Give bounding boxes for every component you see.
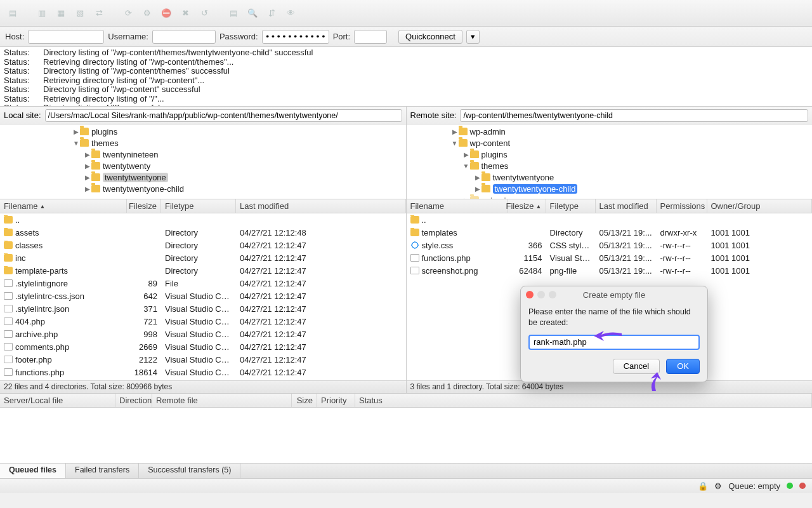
sort-asc-icon: ▲ [536, 203, 542, 210]
file-row[interactable]: style.css366CSS style ...05/13/21 19:...… [407, 239, 813, 251]
local-path-input[interactable] [45, 109, 402, 122]
file-row[interactable]: incDirectory04/27/21 12:12:47 [0, 251, 406, 264]
tree-item[interactable]: ▼wp-content [407, 137, 813, 149]
disclosure-icon[interactable]: ▶ [72, 128, 80, 135]
q-priority[interactable]: Priority [317, 394, 355, 407]
file-row[interactable]: screenshot.png62484png-file05/13/21 19:.… [407, 264, 813, 277]
col-filetype[interactable]: Filetype [546, 199, 596, 213]
local-file-list[interactable]: ..assetsDirectory04/27/21 12:12:48classe… [0, 213, 406, 380]
q-status[interactable]: Status [355, 394, 812, 407]
search-icon[interactable]: 🔍 [245, 6, 260, 21]
port-input[interactable] [354, 30, 387, 44]
toggle-queue-icon[interactable]: ▧ [72, 6, 88, 21]
disclosure-icon[interactable]: ▼ [72, 140, 80, 147]
username-input[interactable] [152, 30, 216, 44]
host-input[interactable] [28, 30, 104, 44]
file-row[interactable]: classesDirectory04/27/21 12:12:47 [0, 239, 406, 251]
q-remote[interactable]: Remote file [152, 394, 292, 407]
q-server[interactable]: Server/Local file [0, 394, 115, 407]
queue-body[interactable] [0, 408, 812, 464]
disclosure-icon[interactable]: ▶ [474, 185, 481, 192]
tab-successful[interactable]: Successful transfers (5) [139, 464, 240, 478]
file-row[interactable]: assetsDirectory04/27/21 12:12:48 [0, 226, 406, 239]
file-row[interactable]: comments.php2669Visual Studio Co...04/27… [0, 340, 406, 353]
sync-icon[interactable]: ⇄ [91, 6, 107, 21]
tree-item[interactable]: ▶twentytwentyone [407, 171, 813, 183]
disclosure-icon[interactable]: ▼ [462, 163, 470, 170]
disclosure-icon[interactable]: ▶ [474, 174, 481, 181]
col-filename[interactable]: Filename▲ [0, 199, 127, 213]
file-row[interactable]: .stylelintrc.json371Visual Studio Co...0… [0, 302, 406, 315]
disclosure-icon[interactable]: ▶ [84, 185, 91, 192]
file-row[interactable]: .. [0, 213, 406, 226]
window-min-icon[interactable] [537, 291, 545, 298]
tree-item[interactable]: ▶plugins [0, 126, 406, 137]
compare-icon[interactable]: ▤ [226, 6, 241, 21]
col-filename[interactable]: Filename [407, 199, 508, 213]
file-row[interactable]: footer.php2122Visual Studio Co...04/27/2… [0, 353, 406, 366]
tree-item[interactable]: ▶twentytwentyone [0, 171, 406, 183]
disclosure-icon[interactable]: ▶ [451, 128, 459, 135]
window-max-icon[interactable] [549, 291, 556, 298]
message-log[interactable]: Status:Directory listing of "/wp-content… [0, 47, 812, 107]
disconnect-icon[interactable]: ✖ [178, 6, 193, 21]
file-row[interactable]: template-partsDirectory04/27/21 12:12:47 [0, 264, 406, 277]
remote-tree[interactable]: ▶wp-admin▼wp-content▶plugins▼themes▶twen… [407, 124, 813, 199]
disclosure-icon[interactable]: ▶ [84, 151, 91, 158]
file-row[interactable]: 404.php721Visual Studio Co...04/27/21 12… [0, 315, 406, 328]
file-row[interactable]: functions.php18614Visual Studio Co...04/… [0, 366, 406, 378]
sitemanager-icon[interactable]: ▤ [5, 6, 20, 21]
file-row[interactable]: functions.php1154Visual Stu...05/13/21 1… [407, 251, 813, 264]
ok-button[interactable]: OK [666, 359, 700, 374]
cancel-icon[interactable]: ⛔ [159, 6, 174, 21]
window-close-icon[interactable] [526, 291, 534, 298]
col-filesize[interactable]: Filesize▲ [508, 199, 546, 213]
toggle-log-icon[interactable]: ▥ [34, 6, 49, 21]
col-owner[interactable]: Owner/Group [707, 199, 813, 213]
col-filetype[interactable]: Filetype [161, 199, 236, 213]
tree-item[interactable]: ▼themes [407, 160, 813, 171]
password-input[interactable] [262, 30, 329, 44]
quickconnect-dropdown[interactable]: ▾ [466, 30, 480, 44]
disclosure-icon[interactable]: ▶ [84, 174, 91, 181]
file-row[interactable]: archive.php998Visual Studio Co...04/27/2… [0, 328, 406, 340]
tree-item[interactable]: ▼themes [0, 137, 406, 149]
file-row[interactable]: .stylelintrc-css.json642Visual Studio Co… [0, 290, 406, 302]
folder-icon [80, 128, 89, 135]
tree-item[interactable]: ▶twentytwentyone-child [0, 183, 406, 194]
local-tree[interactable]: ▶plugins▼themes▶twentynineteen▶twentytwe… [0, 124, 406, 199]
col-modified[interactable]: Last modified [596, 199, 657, 213]
disclosure-icon[interactable]: ▶ [84, 163, 91, 170]
cancel-button[interactable]: Cancel [613, 359, 660, 374]
tree-item[interactable]: ▶plugins [407, 149, 813, 160]
quickconnect-button[interactable]: Quickconnect [398, 30, 462, 44]
col-permissions[interactable]: Permissions [657, 199, 707, 213]
sync-browse-icon[interactable]: ⇵ [264, 6, 279, 21]
tree-item[interactable]: ▶wp-admin [407, 126, 813, 137]
remote-path-input[interactable] [460, 109, 808, 122]
tab-failed[interactable]: Failed transfers [66, 464, 139, 478]
filter-icon[interactable]: ⚙ [140, 6, 155, 21]
disclosure-icon[interactable]: ▶ [462, 151, 470, 158]
remote-file-header[interactable]: Filename Filesize▲ Filetype Last modifie… [407, 199, 813, 213]
file-row[interactable]: templatesDirectory05/13/21 19:...drwxr-x… [407, 226, 813, 239]
tree-item[interactable]: ▶twentytwenty [0, 160, 406, 171]
refresh-icon[interactable]: ⟳ [121, 6, 136, 21]
log-label: Status: [4, 95, 43, 104]
local-file-header[interactable]: Filename▲ Filesize Filetype Last modifie… [0, 199, 406, 213]
reconnect-icon[interactable]: ↺ [197, 6, 212, 21]
file-row[interactable]: .. [407, 213, 813, 226]
toggle-tree-icon[interactable]: ▦ [53, 6, 69, 21]
tree-item[interactable]: ▶uploads [407, 194, 813, 199]
q-size[interactable]: Size [292, 394, 317, 407]
tree-item[interactable]: ▶twentytwentyone-child [407, 183, 813, 194]
tab-queued[interactable]: Queued files [0, 464, 66, 478]
disclosure-icon[interactable]: ▼ [451, 140, 459, 147]
tree-item[interactable]: ▶twentynineteen [0, 149, 406, 160]
col-filesize[interactable]: Filesize [127, 199, 161, 213]
find-icon[interactable]: 👁 [283, 6, 298, 21]
filename-input[interactable] [528, 335, 700, 350]
q-direction[interactable]: Direction [115, 394, 152, 407]
file-row[interactable]: .stylelintignore89File04/27/21 12:12:47 [0, 277, 406, 290]
col-modified[interactable]: Last modified [236, 199, 406, 213]
